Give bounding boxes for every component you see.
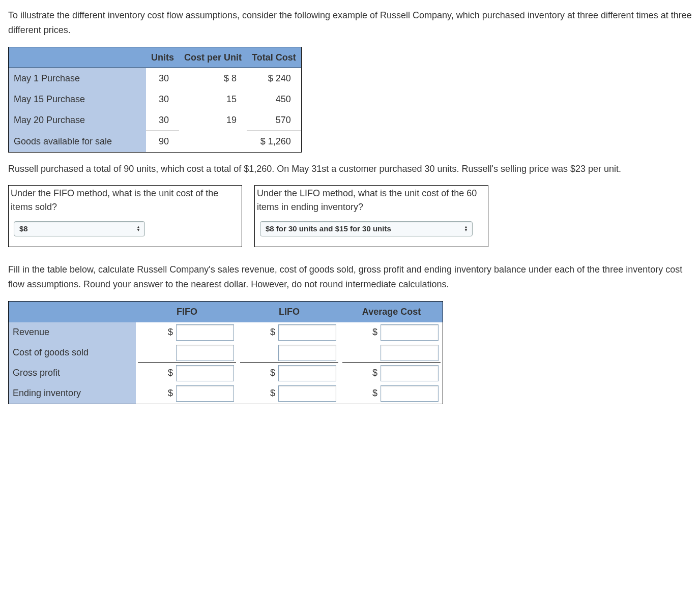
input-cell: $ — [136, 322, 238, 343]
col-total: Total Cost — [247, 47, 301, 68]
col-fifo: FIFO — [136, 301, 238, 322]
cell-cpu: 15 — [179, 89, 247, 110]
cell-units: 30 — [146, 68, 179, 89]
input-cell: $ — [136, 363, 238, 383]
row-label: Cost of goods sold — [9, 343, 136, 363]
currency-symbol: $ — [268, 386, 275, 401]
input-cell: $ — [238, 322, 340, 343]
input-cell — [340, 343, 443, 363]
currency-symbol: $ — [166, 325, 173, 340]
currency-symbol: $ — [268, 325, 275, 340]
value-input[interactable] — [381, 324, 439, 341]
col-blank — [9, 301, 136, 322]
table-row: May 1 Purchase 30 $ 8 $ 240 — [9, 68, 302, 89]
row-label: Gross profit — [9, 363, 136, 383]
fifo-question-text: Under the FIFO method, what is the unit … — [11, 187, 239, 214]
cell-cpu: 19 — [179, 110, 247, 131]
fifo-question-box: Under the FIFO method, what is the unit … — [8, 185, 242, 247]
currency-symbol: $ — [370, 325, 377, 340]
value-input[interactable] — [176, 365, 234, 381]
row-label: May 1 Purchase — [9, 68, 147, 89]
row-label: May 20 Purchase — [9, 110, 147, 131]
row-label: Ending inventory — [9, 383, 136, 404]
cell-total: $ 1,260 — [247, 131, 301, 152]
value-input[interactable] — [381, 385, 439, 402]
col-cpu: Cost per Unit — [179, 47, 247, 68]
value-input[interactable] — [278, 385, 336, 402]
table-row: Revenue$$$ — [9, 322, 443, 343]
cell-total: 570 — [247, 110, 301, 131]
input-cell — [238, 343, 340, 363]
value-input[interactable] — [176, 324, 234, 341]
currency-symbol: $ — [268, 366, 275, 380]
cell-total: 450 — [247, 89, 301, 110]
table-row: Gross profit$$$ — [9, 363, 443, 383]
table-row: May 15 Purchase 30 15 450 — [9, 89, 302, 110]
stepper-arrows-icon: ▲▼ — [463, 226, 469, 232]
fifo-answer-select[interactable]: $8 ▲▼ — [14, 221, 145, 236]
results-table: FIFO LIFO Average Cost Revenue$$$Cost of… — [8, 301, 443, 404]
cell-cpu: $ 8 — [179, 68, 247, 89]
currency-symbol: $ — [370, 366, 377, 380]
input-cell: $ — [136, 383, 238, 404]
input-cell: $ — [238, 363, 340, 383]
table-row: May 20 Purchase 30 19 570 — [9, 110, 302, 131]
col-avg: Average Cost — [340, 301, 443, 322]
table-row: Ending inventory$$$ — [9, 383, 443, 404]
cell-cpu — [179, 131, 247, 152]
cell-units: 90 — [146, 131, 179, 152]
row-label: Goods available for sale — [9, 131, 147, 152]
value-input[interactable] — [176, 385, 234, 402]
value-input[interactable] — [381, 345, 439, 361]
cell-units: 30 — [146, 110, 179, 131]
lifo-question-text: Under the LIFO method, what is the unit … — [257, 187, 485, 214]
input-cell — [136, 343, 238, 363]
paragraph-3: Fill in the table below, calculate Russe… — [8, 262, 692, 292]
col-lifo: LIFO — [238, 301, 340, 322]
value-input[interactable] — [278, 345, 336, 361]
row-label: Revenue — [9, 322, 136, 343]
purchase-table: Units Cost per Unit Total Cost May 1 Pur… — [8, 47, 302, 153]
value-input[interactable] — [278, 365, 336, 381]
input-cell: $ — [340, 322, 443, 343]
col-blank — [9, 47, 147, 68]
table-row: Cost of goods sold — [9, 343, 443, 363]
input-cell: $ — [340, 363, 443, 383]
value-input[interactable] — [381, 365, 439, 381]
currency-symbol: $ — [166, 366, 173, 380]
intro-text: To illustrate the different inventory co… — [8, 8, 692, 38]
paragraph-2: Russell purchased a total of 90 units, w… — [8, 162, 692, 176]
cell-units: 30 — [146, 89, 179, 110]
input-cell: $ — [340, 383, 443, 404]
input-cell: $ — [238, 383, 340, 404]
row-label: May 15 Purchase — [9, 89, 147, 110]
stepper-arrows-icon: ▲▼ — [135, 226, 141, 232]
col-units: Units — [146, 47, 179, 68]
table-row-total: Goods available for sale 90 $ 1,260 — [9, 131, 302, 152]
value-input[interactable] — [278, 324, 336, 341]
lifo-answer-value: $8 for 30 units and $15 for 30 units — [266, 223, 396, 235]
cell-total: $ 240 — [247, 68, 301, 89]
fifo-answer-value: $8 — [19, 223, 33, 235]
value-input[interactable] — [176, 345, 234, 361]
currency-symbol: $ — [370, 386, 377, 401]
lifo-question-box: Under the LIFO method, what is the unit … — [254, 185, 488, 247]
currency-symbol: $ — [166, 386, 173, 401]
lifo-answer-select[interactable]: $8 for 30 units and $15 for 30 units ▲▼ — [260, 221, 473, 236]
